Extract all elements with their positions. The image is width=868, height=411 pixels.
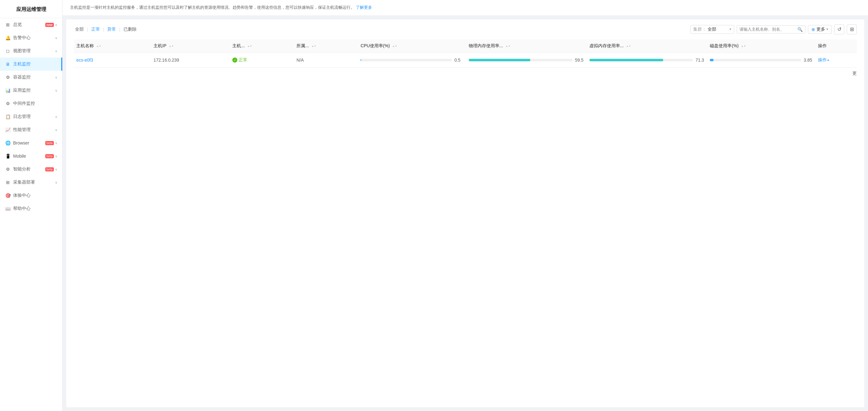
status-ok-icon: ✓ [232,58,237,63]
col-disk: 磁盘使用率(%) ▲▼ [707,39,815,53]
container-icon: ⚙ [5,75,11,80]
main-content: 主机监控是一项针对主机的监控服务，通过主机监控您可以及时了解主机的资源使用情况、… [63,0,868,411]
sort-icon: ▲▼ [626,45,631,48]
sidebar-item-container[interactable]: ⚙ 容器监控 ∨ [0,71,62,84]
experience-icon: 🎯 [5,193,11,198]
sort-icon: ▲▼ [169,45,174,48]
sidebar-item-mobile[interactable]: 📱 Mobile beta ∨ [0,149,62,163]
chevron-down-icon: ▾ [827,58,829,62]
chevron-down-icon: ∨ [55,154,57,158]
cluster-select[interactable]: 集群： 全部 ▾ [690,25,734,34]
content-area: 全部 | 正常 | 异常 | 已删除 集群： 全部 ▾ 🔍 ⊕ 更多 [66,20,864,407]
chevron-down-icon: ▾ [827,27,828,31]
refresh-button[interactable]: ↺ [834,24,844,34]
filter-abnormal[interactable]: 异常 [106,27,117,32]
sort-icon: ▲▼ [311,45,316,48]
col-name: 主机名称 ▲▼ [74,39,151,53]
sidebar-item-perf[interactable]: 📈 性能管理 ∨ [0,123,62,136]
cell-phys-mem: 59.5 [466,53,587,67]
cluster-label: 集群： [693,27,706,32]
cell-group: N/A [294,53,358,67]
search-input[interactable] [740,27,797,32]
col-phys-mem: 物理内存使用率... ▲▼ [466,39,587,53]
sidebar-item-alert[interactable]: 🔔 告警中心 ∨ [0,31,62,45]
beta-badge: beta [45,141,54,145]
sidebar-item-app[interactable]: 📊 应用监控 ∨ [0,84,62,97]
search-icon: 🔍 [797,27,803,32]
middleware-icon: ⚙ [5,101,11,106]
col-op: 操作 [815,39,857,53]
sidebar-item-help[interactable]: 📖 帮助中心 [0,202,62,215]
cell-ip: 172.16.0.239 [151,53,230,67]
host-name-link[interactable]: ecs-e0f3 [76,58,93,63]
sort-icon: ▲▼ [393,45,397,48]
sidebar-item-host[interactable]: 🖥 主机监控 [0,58,62,71]
sort-icon: ▲▼ [741,45,746,48]
chevron-down-icon: ∨ [55,50,57,53]
beta-badge: beta [45,154,54,158]
sidebar-item-browser[interactable]: 🌐 Browser beta ∨ [0,136,62,149]
sidebar-item-label: 性能管理 [13,127,54,133]
cell-disk: 3.85 [707,53,815,67]
columns-button[interactable]: ⊞ [847,24,857,34]
sidebar-item-middleware[interactable]: ⚙ 中间件监控 [0,97,62,110]
col-group: 所属... ▲▼ [294,39,358,53]
filter-right: 集群： 全部 ▾ 🔍 ⊕ 更多 ▾ ↺ ⊞ [690,24,857,34]
chevron-down-icon: ∨ [55,36,57,40]
sidebar-item-label: 总览 [13,22,44,28]
sidebar-item-log[interactable]: 📋 日志管理 ∨ [0,110,62,123]
sidebar-item-label: 容器监控 [13,75,54,80]
sidebar-item-label: 应用监控 [13,88,54,93]
more-label: 更多 [816,27,825,32]
op-button[interactable]: 操作▾ [818,57,854,63]
chevron-down-icon: ∨ [55,181,57,184]
col-ip: 主机IP ▲▼ [151,39,230,53]
sidebar-item-label: 帮助中心 [13,206,57,211]
cell-op: 操作▾ [815,53,857,67]
filter-bar: 全部 | 正常 | 异常 | 已删除 集群： 全部 ▾ 🔍 ⊕ 更多 [74,24,857,34]
filter-deleted[interactable]: 已删除 [122,27,138,32]
bottom-text: 更 [852,71,857,76]
table-row: ecs-e0f3 172.16.0.239 ✓ 正常 N/A 0.5 59 [74,53,857,67]
sort-icon: ▲▼ [247,45,252,48]
cluster-value: 全部 [708,27,728,32]
filter-all[interactable]: 全部 [74,27,85,32]
cell-cpu: 0.5 [358,53,466,67]
cell-name: ecs-e0f3 [74,53,151,67]
sidebar-item-label: 主机监控 [13,61,56,67]
sort-icon: ▲▼ [506,45,510,48]
sidebar-item-label: Mobile [13,154,44,158]
sidebar-item-view[interactable]: ◻ 视图管理 ∨ [0,45,62,58]
sidebar-item-overview[interactable]: ⊞ 总览 new ∨ [0,18,62,31]
new-badge: new [45,23,54,27]
chevron-down-icon: ∨ [55,168,57,171]
sidebar-item-label: 告警中心 [13,35,54,41]
search-box[interactable]: 🔍 [737,25,805,33]
sidebar-item-label: 日志管理 [13,114,54,119]
info-bar: 主机监控是一项针对主机的监控服务，通过主机监控您可以及时了解主机的资源使用情况、… [63,0,868,16]
chevron-down-icon: ∨ [55,128,57,132]
view-icon: ◻ [5,48,11,54]
sidebar-item-collector[interactable]: ⊞ 采集器部署 ∨ [0,176,62,189]
alert-icon: 🔔 [5,35,11,41]
bottom-bar: 更 [74,67,857,80]
filter-normal[interactable]: 正常 [90,27,101,32]
sidebar: 应用运维管理 ⊞ 总览 new ∨ 🔔 告警中心 ∨ ◻ 视图管理 ∨ 🖥 主机… [0,0,63,411]
sidebar-item-aianalysis[interactable]: ⚙ 智能分析 beta ∨ [0,163,62,176]
chevron-down-icon: ∨ [55,115,57,119]
chevron-down-icon: ▾ [730,27,731,31]
more-button[interactable]: ⊕ 更多 ▾ [808,25,832,34]
col-cpu: CPU使用率(%) ▲▼ [358,39,466,53]
sidebar-title: 应用运维管理 [0,0,62,18]
circle-icon: ⊕ [811,27,815,32]
host-icon: 🖥 [5,61,11,67]
data-table: 主机名称 ▲▼ 主机IP ▲▼ 主机... ▲▼ 所属... ▲▼ [74,39,857,68]
log-icon: 📋 [5,114,11,119]
sidebar-item-experience[interactable]: 🎯 体验中心 [0,189,62,202]
col-status: 主机... ▲▼ [230,39,294,53]
help-icon: 📖 [5,206,11,211]
sidebar-item-label: 视图管理 [13,48,54,54]
learn-more-link[interactable]: 了解更多 [356,5,372,10]
cell-virt-mem: 71.3 [587,53,708,67]
chevron-down-icon: ∨ [55,76,57,79]
